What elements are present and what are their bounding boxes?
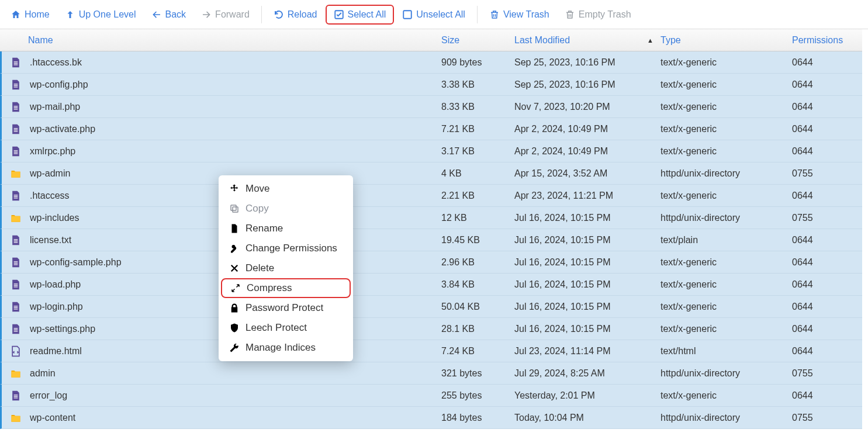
file-size: 7.24 KB [441, 346, 514, 357]
back-arrow-icon [151, 9, 162, 20]
file-permissions: 0644 [792, 124, 862, 134]
table-row[interactable]: .htaccess.bk909 bytesSep 25, 2023, 10:16… [0, 51, 862, 74]
file-modified: Jul 16, 2024, 10:15 PM [514, 213, 660, 223]
file-modified: Today, 10:04 PM [514, 413, 660, 423]
checkbox-empty-icon [402, 9, 413, 20]
file-modified: Jul 16, 2024, 10:15 PM [514, 302, 660, 312]
ctx-compress[interactable]: Compress [221, 278, 351, 298]
file-size: 184 bytes [441, 413, 514, 423]
file-type-icon [2, 411, 30, 424]
svg-rect-2 [233, 207, 238, 212]
forward-label: Forward [215, 9, 250, 20]
table-row[interactable]: wp-admin4 KBApr 15, 2024, 3:52 AMhttpd/u… [0, 162, 862, 185]
table-row[interactable]: wp-config-sample.php2.96 KBJul 16, 2024,… [0, 251, 862, 274]
select-all-label: Select All [348, 9, 386, 20]
toolbar: Home Up One Level Back Forward Reload Se… [0, 0, 868, 29]
file-type-icon [2, 367, 30, 380]
ctx-copy[interactable]: Copy [219, 199, 353, 219]
file-type: text/x-generic [660, 279, 792, 290]
sort-asc-icon: ▲ [647, 37, 653, 44]
compress-icon [230, 283, 241, 293]
table-row[interactable]: license.txt19.45 KBJul 16, 2024, 10:15 P… [0, 229, 862, 251]
file-type: text/x-generic [660, 302, 792, 312]
file-name: error_log [30, 390, 441, 401]
file-type-icon [2, 56, 30, 69]
ctx-password-protect[interactable]: Password Protect [219, 298, 353, 318]
file-type-icon [2, 389, 30, 402]
table-row[interactable]: admin321 bytesJul 29, 2024, 8:25 AMhttpd… [0, 362, 862, 385]
file-type-icon [2, 323, 30, 335]
table-row[interactable]: wp-login.php50.04 KBJul 16, 2024, 10:15 … [0, 296, 862, 318]
file-type-icon [2, 167, 30, 180]
select-all-button[interactable]: Select All [326, 5, 395, 25]
back-button[interactable]: Back [144, 6, 193, 23]
ctx-change-permissions[interactable]: Change Permissions [219, 238, 353, 258]
file-type-icon [2, 145, 30, 158]
ctx-rename[interactable]: Rename [219, 219, 353, 238]
table-row[interactable]: xmlrpc.php3.17 KBApr 2, 2024, 10:49 PMte… [0, 140, 862, 162]
up-one-level-button[interactable]: Up One Level [58, 6, 143, 23]
file-modified: Jul 16, 2024, 10:15 PM [514, 235, 660, 245]
col-size-header[interactable]: Size [441, 35, 514, 46]
file-type-icon [2, 300, 30, 313]
file-size: 12 KB [441, 213, 514, 223]
shield-icon [229, 323, 240, 333]
svg-rect-3 [231, 205, 236, 210]
lock-icon [229, 303, 240, 313]
file-permissions: 0755 [792, 168, 862, 179]
file-name: wp-mail.php [30, 102, 441, 112]
back-label: Back [165, 9, 186, 20]
table-row[interactable]: wp-mail.php8.33 KBNov 7, 2023, 10:20 PMt… [0, 96, 862, 118]
col-modified-header[interactable]: Last Modified ▲ [514, 35, 660, 46]
table-row[interactable]: .htaccess2.21 KBApr 23, 2024, 11:21 PMte… [0, 185, 862, 207]
file-name: .htaccess.bk [30, 57, 441, 68]
ctx-delete-label: Delete [245, 262, 274, 274]
file-type-icon [2, 212, 30, 224]
checkbox-checked-icon [334, 9, 344, 20]
file-permissions: 0644 [792, 257, 862, 268]
ctx-leech-protect[interactable]: Leech Protect [219, 318, 353, 338]
table-row[interactable]: wp-load.php3.84 KBJul 16, 2024, 10:15 PM… [0, 274, 862, 296]
table-row[interactable]: wp-content184 bytesToday, 10:04 PMhttpd/… [0, 407, 862, 429]
file-type: text/x-generic [660, 102, 792, 112]
file-type-icon [2, 345, 30, 358]
ctx-move[interactable]: Move [219, 179, 353, 199]
table-row[interactable]: error_log255 bytesYesterday, 2:01 PMtext… [0, 385, 862, 407]
table-row[interactable]: wp-config.php3.38 KBSep 25, 2023, 10:16 … [0, 74, 862, 96]
file-size: 7.21 KB [441, 124, 514, 134]
file-name: wp-config.php [30, 79, 441, 90]
file-name: wp-content [30, 413, 441, 423]
file-size: 28.1 KB [441, 324, 514, 334]
file-modified: Sep 25, 2023, 10:16 PM [514, 79, 660, 90]
file-type: httpd/unix-directory [660, 368, 792, 379]
file-modified: Apr 23, 2024, 11:21 PM [514, 191, 660, 201]
file-modified: Jul 16, 2024, 10:15 PM [514, 324, 660, 334]
table-row[interactable]: wp-includes12 KBJul 16, 2024, 10:15 PMht… [0, 207, 862, 229]
ctx-leech-protect-label: Leech Protect [245, 322, 307, 334]
unselect-all-button[interactable]: Unselect All [395, 6, 472, 23]
file-type: text/x-generic [660, 324, 792, 334]
file-size: 909 bytes [441, 57, 514, 68]
ctx-rename-label: Rename [245, 223, 283, 234]
file-permissions: 0755 [792, 413, 862, 423]
col-permissions-header[interactable]: Permissions [792, 35, 862, 46]
col-name-header[interactable]: Name [28, 35, 441, 46]
view-trash-button[interactable]: View Trash [482, 6, 556, 23]
home-button[interactable]: Home [4, 6, 57, 23]
file-modified: Apr 15, 2024, 3:52 AM [514, 168, 660, 179]
file-type: text/x-generic [660, 257, 792, 268]
table-body[interactable]: .htaccess.bk909 bytesSep 25, 2023, 10:16… [0, 51, 862, 434]
reload-button[interactable]: Reload [267, 6, 324, 23]
file-modified: Yesterday, 2:01 PM [514, 390, 660, 401]
table-row[interactable]: wp-activate.php7.21 KBApr 2, 2024, 10:49… [0, 118, 862, 140]
col-type-header[interactable]: Type [660, 35, 792, 46]
file-permissions: 0755 [792, 213, 862, 223]
empty-trash-button: Empty Trash [558, 6, 638, 23]
ctx-manage-indices[interactable]: Manage Indices [219, 338, 353, 358]
ctx-delete[interactable]: Delete [219, 258, 353, 278]
file-size: 3.17 KB [441, 146, 514, 157]
table-row[interactable]: readme.html7.24 KBJul 23, 2024, 11:14 PM… [0, 340, 862, 362]
file-type: text/x-generic [660, 79, 792, 90]
table-row[interactable]: wp-settings.php28.1 KBJul 16, 2024, 10:1… [0, 318, 862, 340]
forward-arrow-icon [201, 9, 212, 20]
